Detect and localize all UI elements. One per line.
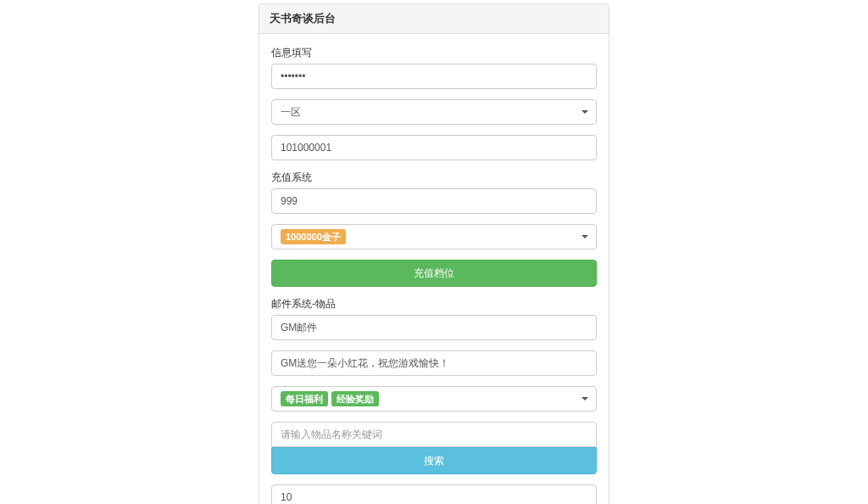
role-id-group [271,135,597,160]
mail-qty-group [271,484,597,504]
info-password-group: 信息填写 [271,46,597,89]
recharge-section-label: 充值系统 [271,171,597,185]
search-button[interactable]: 搜索 [271,447,597,474]
recharge-item-badge: 1000000金子 [281,229,346,245]
role-id-input[interactable] [271,135,597,160]
mail-content-group [271,350,597,376]
caret-down-icon [581,110,588,114]
recharge-item-select-group: 1000000金子 [271,224,597,249]
mail-tags-select[interactable]: 每日福利 经验奖励 [271,386,597,412]
caret-down-icon [581,397,588,400]
mail-tag-badge-0: 每日福利 [281,391,328,407]
caret-down-icon [581,235,588,238]
recharge-amount-group: 充值系统 [271,171,597,214]
zone-selected-text: 一区 [281,105,301,120]
mail-tag-badge-1: 经验奖励 [331,391,379,407]
panel-heading: 天书奇谈后台 [259,4,609,34]
panel-body: 信息填写 一区 充值系统 1000000金子 [259,34,609,504]
recharge-amount-input[interactable] [271,188,597,214]
mail-search-btn-wrap: 搜索 [271,447,597,474]
recharge-submit-button[interactable]: 充值档位 [271,260,597,287]
mail-search-input-wrap [271,422,597,447]
item-search-input[interactable] [271,422,597,447]
info-section-label: 信息填写 [271,46,597,60]
mail-section-label: 邮件系统-物品 [271,297,597,311]
zone-select[interactable]: 一区 [271,99,597,125]
panel-title: 天书奇谈后台 [270,11,598,26]
admin-panel: 天书奇谈后台 信息填写 一区 充值系统 10000 [259,3,609,504]
recharge-submit-group: 充值档位 [271,260,597,287]
mail-title-input[interactable] [271,315,597,340]
mail-content-input[interactable] [271,350,597,376]
mail-title-group: 邮件系统-物品 [271,297,597,340]
recharge-item-select[interactable]: 1000000金子 [271,224,597,249]
zone-select-group: 一区 [271,99,597,125]
mail-qty-input[interactable] [271,484,597,504]
mail-tags-select-group: 每日福利 经验奖励 [271,386,597,412]
password-input[interactable] [271,64,597,89]
